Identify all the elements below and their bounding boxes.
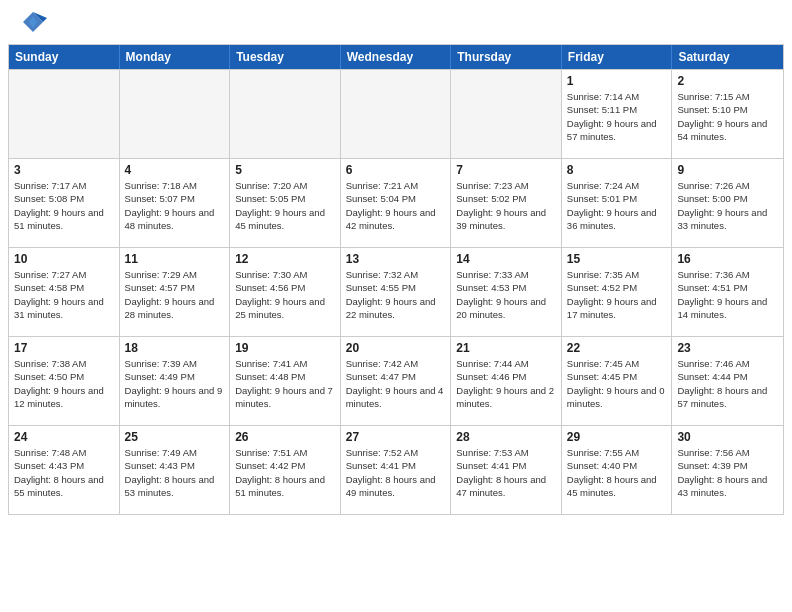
day-number: 16 bbox=[677, 252, 778, 266]
day-info: Sunrise: 7:49 AM Sunset: 4:43 PM Dayligh… bbox=[125, 446, 225, 499]
day-info: Sunrise: 7:48 AM Sunset: 4:43 PM Dayligh… bbox=[14, 446, 114, 499]
calendar-cell-27: 27Sunrise: 7:52 AM Sunset: 4:41 PM Dayli… bbox=[341, 426, 452, 514]
calendar-cell-17: 17Sunrise: 7:38 AM Sunset: 4:50 PM Dayli… bbox=[9, 337, 120, 425]
day-info: Sunrise: 7:30 AM Sunset: 4:56 PM Dayligh… bbox=[235, 268, 335, 321]
day-info: Sunrise: 7:18 AM Sunset: 5:07 PM Dayligh… bbox=[125, 179, 225, 232]
day-number: 30 bbox=[677, 430, 778, 444]
day-info: Sunrise: 7:39 AM Sunset: 4:49 PM Dayligh… bbox=[125, 357, 225, 410]
calendar-cell-16: 16Sunrise: 7:36 AM Sunset: 4:51 PM Dayli… bbox=[672, 248, 783, 336]
day-info: Sunrise: 7:32 AM Sunset: 4:55 PM Dayligh… bbox=[346, 268, 446, 321]
day-info: Sunrise: 7:26 AM Sunset: 5:00 PM Dayligh… bbox=[677, 179, 778, 232]
day-number: 9 bbox=[677, 163, 778, 177]
calendar-cell-5: 5Sunrise: 7:20 AM Sunset: 5:05 PM Daylig… bbox=[230, 159, 341, 247]
calendar-header: SundayMondayTuesdayWednesdayThursdayFrid… bbox=[9, 45, 783, 69]
calendar-cell-14: 14Sunrise: 7:33 AM Sunset: 4:53 PM Dayli… bbox=[451, 248, 562, 336]
day-info: Sunrise: 7:55 AM Sunset: 4:40 PM Dayligh… bbox=[567, 446, 667, 499]
calendar-cell-empty bbox=[230, 70, 341, 158]
calendar-cell-19: 19Sunrise: 7:41 AM Sunset: 4:48 PM Dayli… bbox=[230, 337, 341, 425]
day-info: Sunrise: 7:33 AM Sunset: 4:53 PM Dayligh… bbox=[456, 268, 556, 321]
calendar-cell-4: 4Sunrise: 7:18 AM Sunset: 5:07 PM Daylig… bbox=[120, 159, 231, 247]
day-number: 23 bbox=[677, 341, 778, 355]
day-info: Sunrise: 7:20 AM Sunset: 5:05 PM Dayligh… bbox=[235, 179, 335, 232]
calendar-cell-11: 11Sunrise: 7:29 AM Sunset: 4:57 PM Dayli… bbox=[120, 248, 231, 336]
calendar-cell-2: 2Sunrise: 7:15 AM Sunset: 5:10 PM Daylig… bbox=[672, 70, 783, 158]
day-number: 20 bbox=[346, 341, 446, 355]
day-number: 26 bbox=[235, 430, 335, 444]
calendar-row-4: 24Sunrise: 7:48 AM Sunset: 4:43 PM Dayli… bbox=[9, 425, 783, 514]
header bbox=[0, 0, 792, 44]
day-number: 21 bbox=[456, 341, 556, 355]
logo-icon bbox=[19, 8, 47, 40]
calendar-cell-empty bbox=[451, 70, 562, 158]
day-info: Sunrise: 7:15 AM Sunset: 5:10 PM Dayligh… bbox=[677, 90, 778, 143]
calendar-cell-22: 22Sunrise: 7:45 AM Sunset: 4:45 PM Dayli… bbox=[562, 337, 673, 425]
day-number: 1 bbox=[567, 74, 667, 88]
day-number: 15 bbox=[567, 252, 667, 266]
day-info: Sunrise: 7:14 AM Sunset: 5:11 PM Dayligh… bbox=[567, 90, 667, 143]
calendar-cell-3: 3Sunrise: 7:17 AM Sunset: 5:08 PM Daylig… bbox=[9, 159, 120, 247]
calendar-cell-empty bbox=[341, 70, 452, 158]
calendar-cell-6: 6Sunrise: 7:21 AM Sunset: 5:04 PM Daylig… bbox=[341, 159, 452, 247]
day-number: 13 bbox=[346, 252, 446, 266]
calendar-cell-9: 9Sunrise: 7:26 AM Sunset: 5:00 PM Daylig… bbox=[672, 159, 783, 247]
day-number: 18 bbox=[125, 341, 225, 355]
day-number: 29 bbox=[567, 430, 667, 444]
day-info: Sunrise: 7:53 AM Sunset: 4:41 PM Dayligh… bbox=[456, 446, 556, 499]
calendar-cell-26: 26Sunrise: 7:51 AM Sunset: 4:42 PM Dayli… bbox=[230, 426, 341, 514]
day-number: 24 bbox=[14, 430, 114, 444]
day-info: Sunrise: 7:52 AM Sunset: 4:41 PM Dayligh… bbox=[346, 446, 446, 499]
day-number: 27 bbox=[346, 430, 446, 444]
calendar-cell-12: 12Sunrise: 7:30 AM Sunset: 4:56 PM Dayli… bbox=[230, 248, 341, 336]
page-container: SundayMondayTuesdayWednesdayThursdayFrid… bbox=[0, 0, 792, 515]
day-info: Sunrise: 7:29 AM Sunset: 4:57 PM Dayligh… bbox=[125, 268, 225, 321]
day-info: Sunrise: 7:23 AM Sunset: 5:02 PM Dayligh… bbox=[456, 179, 556, 232]
day-number: 3 bbox=[14, 163, 114, 177]
day-info: Sunrise: 7:45 AM Sunset: 4:45 PM Dayligh… bbox=[567, 357, 667, 410]
day-number: 25 bbox=[125, 430, 225, 444]
day-number: 22 bbox=[567, 341, 667, 355]
day-info: Sunrise: 7:27 AM Sunset: 4:58 PM Dayligh… bbox=[14, 268, 114, 321]
day-number: 8 bbox=[567, 163, 667, 177]
day-number: 11 bbox=[125, 252, 225, 266]
calendar-cell-8: 8Sunrise: 7:24 AM Sunset: 5:01 PM Daylig… bbox=[562, 159, 673, 247]
day-info: Sunrise: 7:35 AM Sunset: 4:52 PM Dayligh… bbox=[567, 268, 667, 321]
day-info: Sunrise: 7:24 AM Sunset: 5:01 PM Dayligh… bbox=[567, 179, 667, 232]
calendar-header-saturday: Saturday bbox=[672, 45, 783, 69]
day-number: 12 bbox=[235, 252, 335, 266]
calendar-cell-15: 15Sunrise: 7:35 AM Sunset: 4:52 PM Dayli… bbox=[562, 248, 673, 336]
calendar-cell-29: 29Sunrise: 7:55 AM Sunset: 4:40 PM Dayli… bbox=[562, 426, 673, 514]
calendar-header-thursday: Thursday bbox=[451, 45, 562, 69]
calendar-cell-13: 13Sunrise: 7:32 AM Sunset: 4:55 PM Dayli… bbox=[341, 248, 452, 336]
day-number: 7 bbox=[456, 163, 556, 177]
calendar-body: 1Sunrise: 7:14 AM Sunset: 5:11 PM Daylig… bbox=[9, 69, 783, 514]
day-number: 2 bbox=[677, 74, 778, 88]
calendar-cell-21: 21Sunrise: 7:44 AM Sunset: 4:46 PM Dayli… bbox=[451, 337, 562, 425]
calendar-cell-7: 7Sunrise: 7:23 AM Sunset: 5:02 PM Daylig… bbox=[451, 159, 562, 247]
calendar-cell-24: 24Sunrise: 7:48 AM Sunset: 4:43 PM Dayli… bbox=[9, 426, 120, 514]
day-info: Sunrise: 7:21 AM Sunset: 5:04 PM Dayligh… bbox=[346, 179, 446, 232]
calendar-header-sunday: Sunday bbox=[9, 45, 120, 69]
day-info: Sunrise: 7:36 AM Sunset: 4:51 PM Dayligh… bbox=[677, 268, 778, 321]
calendar-row-1: 3Sunrise: 7:17 AM Sunset: 5:08 PM Daylig… bbox=[9, 158, 783, 247]
calendar-cell-28: 28Sunrise: 7:53 AM Sunset: 4:41 PM Dayli… bbox=[451, 426, 562, 514]
day-number: 6 bbox=[346, 163, 446, 177]
logo bbox=[16, 12, 47, 40]
calendar-header-friday: Friday bbox=[562, 45, 673, 69]
day-number: 5 bbox=[235, 163, 335, 177]
calendar-cell-10: 10Sunrise: 7:27 AM Sunset: 4:58 PM Dayli… bbox=[9, 248, 120, 336]
day-info: Sunrise: 7:46 AM Sunset: 4:44 PM Dayligh… bbox=[677, 357, 778, 410]
calendar-header-monday: Monday bbox=[120, 45, 231, 69]
calendar-row-3: 17Sunrise: 7:38 AM Sunset: 4:50 PM Dayli… bbox=[9, 336, 783, 425]
day-number: 28 bbox=[456, 430, 556, 444]
calendar-cell-18: 18Sunrise: 7:39 AM Sunset: 4:49 PM Dayli… bbox=[120, 337, 231, 425]
calendar-cell-30: 30Sunrise: 7:56 AM Sunset: 4:39 PM Dayli… bbox=[672, 426, 783, 514]
calendar-cell-20: 20Sunrise: 7:42 AM Sunset: 4:47 PM Dayli… bbox=[341, 337, 452, 425]
calendar-cell-empty bbox=[120, 70, 231, 158]
day-info: Sunrise: 7:17 AM Sunset: 5:08 PM Dayligh… bbox=[14, 179, 114, 232]
calendar-row-0: 1Sunrise: 7:14 AM Sunset: 5:11 PM Daylig… bbox=[9, 69, 783, 158]
calendar-row-2: 10Sunrise: 7:27 AM Sunset: 4:58 PM Dayli… bbox=[9, 247, 783, 336]
day-info: Sunrise: 7:41 AM Sunset: 4:48 PM Dayligh… bbox=[235, 357, 335, 410]
calendar-header-wednesday: Wednesday bbox=[341, 45, 452, 69]
calendar-header-tuesday: Tuesday bbox=[230, 45, 341, 69]
day-info: Sunrise: 7:38 AM Sunset: 4:50 PM Dayligh… bbox=[14, 357, 114, 410]
